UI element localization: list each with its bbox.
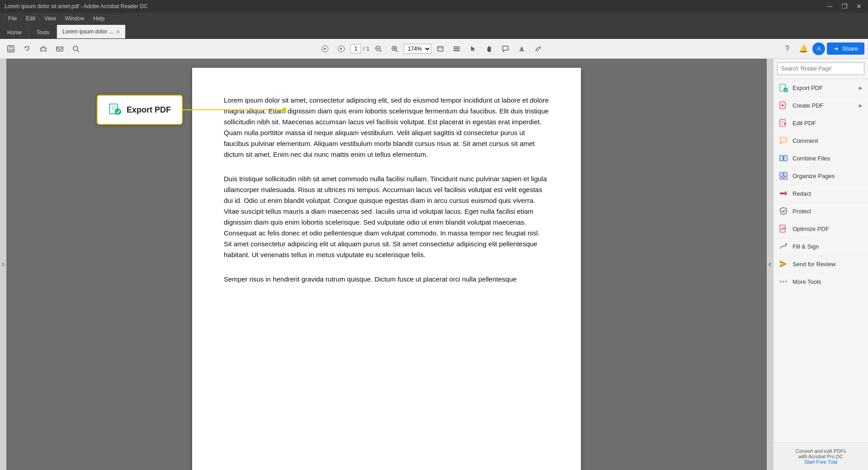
zoom-in-button[interactable]: [387, 42, 402, 56]
tool-redact-label: Redact: [793, 190, 811, 197]
tools-icon: [453, 45, 460, 52]
zoom-select[interactable]: 174% 100% 150% 200%: [404, 44, 431, 54]
tool-combine-files[interactable]: Combine Files: [774, 150, 868, 167]
markup-button[interactable]: [531, 42, 545, 56]
page-total: 1: [366, 46, 369, 52]
tool-send-review[interactable]: Send for Review: [774, 255, 868, 273]
save-button[interactable]: [4, 42, 18, 56]
tab-home[interactable]: Home: [0, 27, 29, 38]
tool-fill-sign[interactable]: Fill & Sign: [774, 238, 868, 255]
minimize-button[interactable]: ─: [826, 2, 835, 11]
svg-point-44: [780, 281, 782, 282]
hand-button[interactable]: [482, 42, 496, 56]
share-icon: [833, 46, 840, 52]
menu-file[interactable]: File: [4, 13, 21, 24]
menu-help[interactable]: Help: [89, 13, 109, 24]
search-button[interactable]: [69, 42, 83, 56]
tab-tools[interactable]: Tools: [29, 27, 57, 38]
left-panel-toggle[interactable]: [0, 59, 6, 470]
svg-rect-41: [784, 177, 787, 179]
footer-line2: with Acrobat Pro DC: [779, 454, 863, 459]
toolbar: / 1 174% 100% 150% 200%: [0, 39, 868, 59]
export-callout-box: Export PDF: [97, 95, 183, 125]
page-number-input[interactable]: [350, 44, 361, 53]
tool-organize-pages[interactable]: Organize Pages: [774, 167, 868, 185]
email-button[interactable]: [52, 42, 67, 56]
fill-sign-icon: [779, 242, 788, 251]
svg-rect-39: [784, 172, 787, 176]
help-button[interactable]: ?: [780, 42, 794, 56]
svg-line-18: [396, 50, 398, 52]
svg-point-45: [783, 281, 784, 282]
tab-close-button[interactable]: ✕: [116, 29, 120, 34]
tool-protect-label: Protect: [793, 208, 811, 215]
tool-comment[interactable]: Comment: [774, 132, 868, 150]
svg-line-14: [380, 50, 382, 52]
next-page-button[interactable]: [334, 42, 349, 56]
page-separator: /: [363, 46, 364, 52]
notifications-button[interactable]: 🔔: [796, 42, 811, 56]
svg-rect-25: [489, 47, 490, 49]
search-icon: [72, 45, 80, 53]
redact-icon: [779, 189, 788, 198]
edit-pdf-icon: [779, 118, 788, 127]
svg-point-46: [785, 281, 787, 282]
tool-protect[interactable]: Protect: [774, 202, 868, 220]
svg-rect-27: [487, 47, 488, 49]
svg-rect-19: [438, 47, 443, 51]
tool-edit-pdf[interactable]: Edit PDF: [774, 114, 868, 132]
tool-optimize-pdf[interactable]: Optimize PDF: [774, 220, 868, 238]
title-bar: Lorem ipsum dolor sit amet.pdf - Adobe A…: [0, 0, 868, 13]
pdf-paragraph-3: Semper risus in hendrerit gravida rutrum…: [224, 274, 549, 285]
restore-button[interactable]: ❐: [840, 2, 849, 11]
svg-rect-22: [453, 48, 460, 49]
tool-combine-files-label: Combine Files: [793, 155, 830, 162]
comment-toolbar-button[interactable]: [498, 42, 513, 56]
menu-view[interactable]: View: [40, 13, 61, 24]
menu-window[interactable]: Window: [61, 13, 89, 24]
print-button[interactable]: [36, 42, 51, 56]
cursor-button[interactable]: [466, 42, 480, 56]
export-callout-label: Export PDF: [127, 105, 171, 115]
tools-search-input[interactable]: [777, 62, 864, 75]
tool-create-pdf[interactable]: Create PDF ▶: [774, 97, 868, 114]
prev-page-icon: [321, 45, 329, 52]
zoom-out-button[interactable]: [371, 42, 386, 56]
svg-rect-5: [42, 46, 45, 48]
share-button[interactable]: Share: [827, 42, 864, 55]
user-avatar[interactable]: A: [812, 42, 825, 55]
pdf-viewer: Export PDF Lorem ipsum dolor sit amet, c…: [6, 59, 767, 470]
pdf-paragraph-2: Duis tristique sollicitudin nibh sit ame…: [224, 174, 549, 260]
highlight-button[interactable]: [514, 42, 529, 56]
tools-button[interactable]: [449, 42, 464, 56]
app-title: Lorem ipsum dolor sit amet.pdf - Adobe A…: [5, 3, 148, 9]
right-panel-toggle[interactable]: [767, 59, 773, 470]
tab-bar: Home Tools Lorem ipsum dolor ... ✕: [0, 24, 868, 39]
svg-rect-2: [9, 49, 13, 51]
comment-icon: [779, 136, 788, 145]
tools-list: Export PDF ▶ Create PDF ▶: [774, 79, 868, 442]
close-button[interactable]: ✕: [854, 2, 863, 11]
svg-point-8: [73, 46, 78, 51]
undo-button[interactable]: [20, 42, 34, 56]
prev-page-button[interactable]: [318, 42, 332, 56]
menu-edit[interactable]: Edit: [21, 13, 40, 24]
footer-line1: Convert and edit PDFs: [779, 448, 863, 454]
fit-page-button[interactable]: [433, 42, 448, 56]
right-panel: Export PDF ▶ Create PDF ▶: [773, 59, 868, 470]
tool-export-pdf[interactable]: Export PDF ▶: [774, 79, 868, 97]
right-panel-search-area: [774, 59, 868, 79]
tool-redact[interactable]: Redact: [774, 185, 868, 202]
hand-icon: [486, 45, 493, 52]
svg-rect-36: [780, 155, 783, 161]
tool-more-tools-label: More Tools: [793, 278, 821, 285]
tool-more-tools[interactable]: More Tools: [774, 273, 868, 291]
tab-document[interactable]: Lorem ipsum dolor ... ✕: [57, 25, 125, 38]
pdf-page: Lorem ipsum dolor sit amet, consectetur …: [192, 68, 581, 470]
svg-rect-26: [490, 47, 491, 49]
tool-export-pdf-label: Export PDF: [793, 85, 823, 91]
page-navigation: / 1: [350, 44, 369, 53]
main-area: Export PDF Lorem ipsum dolor sit amet, c…: [0, 59, 868, 470]
start-free-trial-link[interactable]: Start Free Trial: [804, 459, 837, 465]
svg-rect-40: [780, 177, 783, 179]
